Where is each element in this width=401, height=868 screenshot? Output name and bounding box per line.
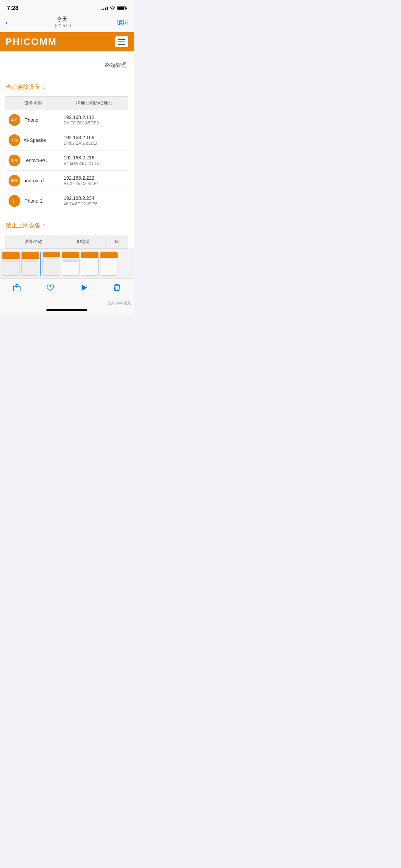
- device-name: iPhone: [24, 117, 39, 123]
- device-name-cell-0: 本机iPhone: [6, 110, 61, 130]
- like-button[interactable]: [45, 283, 55, 292]
- hamburger-line: [118, 41, 125, 43]
- device-badge: 未知: [9, 134, 20, 146]
- thumbnail-6[interactable]: [100, 252, 118, 276]
- thumbnail-1[interactable]: [2, 252, 20, 276]
- phicomm-header: PHICOMM: [0, 32, 134, 51]
- wifi-icon: [110, 6, 115, 10]
- col-header-ip: IP地址和MAC地址: [61, 97, 128, 110]
- page-title: 终端管理: [105, 62, 127, 68]
- blocked-col-mac: M: [106, 235, 128, 249]
- ip-address: 192.168.2.234: [64, 195, 125, 201]
- thumbnail-strip[interactable]: [0, 249, 134, 278]
- nav-subtitle: 下午 5:50: [53, 23, 71, 29]
- ip-address: 192.168.2.216: [64, 155, 125, 160]
- status-icons: [101, 6, 127, 10]
- hamburger-line: [118, 39, 125, 40]
- phicomm-logo: PHICOMM: [5, 36, 57, 47]
- device-name: AI-Speake: [24, 137, 46, 143]
- ip-address: 192.168.2.222: [64, 175, 125, 181]
- device-name: iPhone-2: [24, 198, 43, 204]
- table-row[interactable]: 未知android-d192.168.2.222B8:37:65:D8:3A:E…: [6, 171, 128, 191]
- mac-address: B4:6D:83:BC:21:1D: [64, 161, 125, 166]
- table-row[interactable]: iPhone-2192.168.2.23448:74:6E:22:2F:76: [6, 191, 128, 211]
- thumbnail-3[interactable]: [42, 252, 60, 276]
- signal-icon: [101, 6, 108, 10]
- connected-devices-table: 设备名称 IP地址和MAC地址 本机iPhone192.168.2.112DA:…: [5, 96, 128, 211]
- table-row[interactable]: 未知Lenovo-PC192.168.2.216B4:6D:83:BC:21:1…: [6, 150, 128, 171]
- nav-center: 今天 下午 5:50: [53, 16, 71, 29]
- device-ip-cell-1: 192.168.2.168D4:62:EA:26:32:1F: [61, 130, 128, 150]
- device-name-cell-4: iPhone-2: [6, 191, 61, 211]
- device-ip-cell-0: 192.168.2.112DA:E0:76:88:5F:F3: [61, 110, 128, 130]
- thumbnail-4[interactable]: [62, 252, 80, 276]
- ip-address: 192.168.2.168: [64, 135, 125, 140]
- main-content: 终端管理 当前连接设备： 设备名称 IP地址和MAC地址 本机iPhone192…: [0, 51, 134, 249]
- device-name-cell-3: 未知android-d: [6, 171, 61, 191]
- col-header-name: 设备名称: [6, 97, 61, 110]
- delete-button[interactable]: [112, 283, 122, 292]
- back-button[interactable]: ‹: [5, 19, 8, 26]
- share-button[interactable]: [12, 283, 22, 292]
- blocked-section: 禁止上网设备： 设备名称 IP地址 M: [5, 221, 128, 249]
- nav-title: 今天: [53, 16, 71, 23]
- device-ip-cell-2: 192.168.2.216B4:6D:83:BC:21:1D: [61, 150, 128, 171]
- status-bar: 7:28: [0, 0, 134, 14]
- blocked-col-ip: IP地址: [61, 235, 106, 249]
- blocked-section-title: 禁止上网设备：: [5, 221, 128, 229]
- connected-section-title: 当前连接设备：: [5, 83, 128, 91]
- mac-address: 48:74:6E:22:2F:76: [64, 202, 125, 206]
- svg-marker-3: [82, 285, 87, 291]
- device-name: Lenovo-PC: [24, 158, 48, 163]
- home-bar: [46, 309, 87, 311]
- device-name: android-d: [24, 178, 44, 183]
- watermark: 头条 @W颖儿: [0, 299, 134, 307]
- thumbnail-scrollbar: [40, 252, 41, 276]
- blocked-devices-table: 设备名称 IP地址 M: [5, 235, 128, 249]
- bottom-toolbar: [0, 278, 134, 299]
- status-time: 7:28: [7, 5, 19, 12]
- device-badge: 本机: [9, 114, 20, 126]
- device-name-cell-1: 未知AI-Speake: [6, 130, 61, 150]
- device-badge: : [9, 195, 20, 207]
- mac-address: D4:62:EA:26:32:1F: [64, 141, 125, 146]
- home-indicator: [0, 307, 134, 314]
- thumbnail-2[interactable]: [21, 252, 39, 276]
- mac-address: DA:E0:76:88:5F:F3: [64, 121, 125, 125]
- thumbnail-5[interactable]: [81, 252, 99, 276]
- edit-button[interactable]: 编辑: [117, 19, 128, 26]
- device-name-cell-2: 未知Lenovo-PC: [6, 150, 61, 171]
- play-button[interactable]: [79, 283, 88, 292]
- table-row[interactable]: 本机iPhone192.168.2.112DA:E0:76:88:5F:F3: [6, 110, 128, 130]
- page-title-row: 终端管理: [5, 58, 128, 76]
- mac-address: B8:37:65:D8:3A:E1: [64, 181, 125, 186]
- device-badge: 未知: [9, 155, 20, 166]
- svg-text:: : [13, 197, 15, 204]
- blocked-col-name: 设备名称: [6, 235, 61, 249]
- device-ip-cell-3: 192.168.2.222B8:37:65:D8:3A:E1: [61, 171, 128, 191]
- device-ip-cell-4: 192.168.2.23448:74:6E:22:2F:76: [61, 191, 128, 211]
- hamburger-line: [118, 44, 125, 45]
- battery-icon: [117, 6, 127, 10]
- menu-button[interactable]: [115, 36, 128, 47]
- nav-bar: ‹ 今天 下午 5:50 编辑: [0, 14, 134, 32]
- ip-address: 192.168.2.112: [64, 114, 125, 120]
- device-badge: 未知: [9, 175, 20, 186]
- table-row[interactable]: 未知AI-Speake192.168.2.168D4:62:EA:26:32:1…: [6, 130, 128, 150]
